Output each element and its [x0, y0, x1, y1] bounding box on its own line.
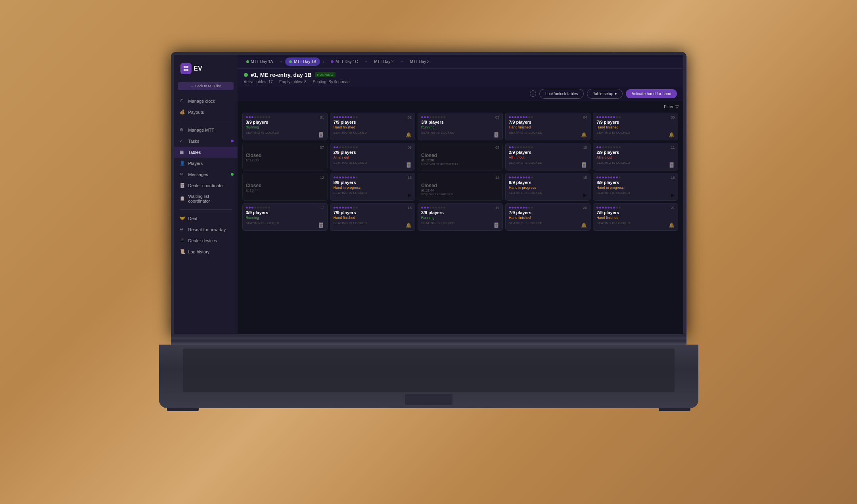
dot: [523, 116, 525, 118]
table-card-15[interactable]: 158/9 playersHand in progressSEATING IS …: [505, 173, 591, 201]
sidebar-item-payouts[interactable]: 💰 Payouts: [174, 107, 238, 118]
dot: [616, 176, 618, 178]
table-dots: [596, 116, 675, 118]
table-dots: [596, 176, 675, 178]
table-status-10: All in / out: [509, 155, 587, 159]
dot: [616, 116, 618, 118]
sidebar-item-dealer-coordinator[interactable]: 🃏 Dealer coordinator: [174, 180, 238, 191]
filter-label: Filter: [664, 104, 673, 109]
dot: [514, 207, 516, 209]
table-card-14[interactable]: 14Closedat 13:44Chip counts confirmed: [418, 173, 503, 201]
sidebar-label-log: Log history: [188, 249, 210, 254]
table-card-04[interactable]: 047/9 playersHand finishedSEATING IS LOC…: [505, 113, 591, 140]
sidebar-item-manage-mtt[interactable]: ⚙ Manage MTT: [174, 125, 238, 136]
dot: [602, 116, 604, 118]
dot: [353, 176, 355, 178]
table-card-19[interactable]: 193/9 playersRunningSEATING IS LOCKED🃏: [418, 203, 503, 231]
table-setup-button[interactable]: Table setup ▾: [587, 89, 623, 99]
dot: [265, 207, 267, 209]
table-card-01[interactable]: 013/9 playersRunningSEATING IS LOCKED🃏: [242, 113, 328, 140]
dot: [336, 116, 338, 118]
table-seating-16: SEATING IS LOCKED: [596, 191, 675, 195]
log-icon: 📜: [180, 249, 185, 255]
dot: [342, 116, 344, 118]
table-card-18[interactable]: 187/9 playersHand finishedSEATING IS LOC…: [330, 203, 415, 231]
filter-button[interactable]: Filter ▽: [664, 104, 678, 109]
tab-mtt-day-2[interactable]: MTT Day 2: [370, 57, 397, 66]
dot: [353, 207, 355, 209]
sidebar-item-tasks[interactable]: ✓ Tasks: [174, 136, 238, 147]
dot: [265, 116, 267, 118]
table-card-07[interactable]: 07Closedat 12:30: [242, 143, 328, 171]
table-card-21[interactable]: 217/9 playersHand finishedSEATING IS LOC…: [593, 203, 678, 231]
touchpad: [405, 394, 452, 405]
table-card-12[interactable]: 12Closedat 13:44: [242, 173, 328, 201]
table-seating-18: SEATING IS LOCKED: [334, 221, 412, 225]
table-icon-02: 🔔: [406, 132, 412, 138]
table-card-16[interactable]: 168/9 playersHand in progressSEATING IS …: [593, 173, 678, 201]
table-card-17[interactable]: 173/9 playersRunningSEATING IS LOCKED🃏: [242, 203, 328, 231]
tab-mtt-day-1a[interactable]: MTT Day 1A: [242, 57, 277, 66]
table-number-20: 20: [583, 206, 587, 210]
table-dots: [509, 207, 587, 209]
dot: [523, 207, 525, 209]
back-button[interactable]: ← Back to MTT list: [178, 82, 234, 90]
table-dots: [246, 116, 324, 118]
table-card-03[interactable]: 033/9 playersRunningSEATING IS LOCKED🃏: [418, 113, 503, 140]
table-seating-21: SEATING IS LOCKED: [596, 221, 675, 225]
table-players-04: 7/9 players: [509, 120, 587, 125]
dot: [345, 146, 347, 148]
table-status-03: Running: [421, 125, 499, 129]
table-number-16: 16: [671, 176, 675, 180]
dot: [334, 146, 336, 148]
tab-mtt-day-1c[interactable]: MTT Day 1C: [327, 57, 362, 66]
table-closed-time-14: at 13:44: [421, 188, 499, 192]
table-players-15: 8/9 players: [509, 180, 587, 185]
dot: [268, 116, 270, 118]
info-icon[interactable]: i: [530, 90, 536, 97]
table-setup-arrow: ▾: [615, 92, 617, 96]
sidebar-label-deal: Deal: [188, 216, 197, 221]
sidebar-item-deal[interactable]: 🤝 Deal: [174, 213, 238, 224]
table-icon-20: 🔔: [581, 222, 587, 228]
table-card-08[interactable]: 082/9 playersAll in / outSEATING IS LOCK…: [330, 143, 415, 171]
activate-hand-for-hand-button[interactable]: Activate hand for hand: [626, 89, 677, 98]
sidebar-item-log-history[interactable]: 📜 Log history: [174, 246, 238, 257]
lock-unlock-button[interactable]: Lock/unlock tables: [539, 89, 584, 99]
dot: [509, 207, 511, 209]
sidebar-item-manage-clock[interactable]: ⏱ Manage clock: [174, 96, 238, 107]
dot: [251, 207, 253, 209]
table-card-13[interactable]: 138/9 playersHand in progressSEATING IS …: [330, 173, 415, 201]
tab-mtt-day-3[interactable]: MTT Day 3: [406, 57, 433, 66]
table-card-10[interactable]: 102/9 playersAll in / outSEATING IS LOCK…: [505, 143, 591, 171]
table-card-05[interactable]: 057/9 playersHand finishedSEATING IS LOC…: [593, 113, 678, 140]
table-seating-02: SEATING IS LOCKED: [334, 131, 412, 134]
table-icon-11: 🃏: [669, 162, 675, 168]
sidebar-item-reseat[interactable]: ↩ Reseat for new day: [174, 224, 238, 235]
dot: [608, 176, 610, 178]
sidebar-item-dealer-devices[interactable]: 📱 Dealer devices: [174, 235, 238, 246]
dot: [356, 116, 358, 118]
tables-icon: ▦: [180, 149, 185, 155]
table-players-11: 2/9 players: [596, 150, 675, 155]
dot: [435, 207, 437, 209]
table-players-05: 7/9 players: [596, 120, 675, 125]
sidebar-item-tables[interactable]: ▦ Tables: [174, 147, 238, 158]
dot: [610, 207, 612, 209]
dot: [602, 176, 604, 178]
table-closed-12: Closed: [246, 183, 324, 188]
table-icon-03: 🃏: [493, 132, 499, 138]
table-card-02[interactable]: 027/9 playersHand finishedSEATING IS LOC…: [330, 113, 415, 140]
sidebar-item-messages[interactable]: ✉ Messages: [174, 169, 238, 180]
sidebar-item-waiting-list[interactable]: 📋 Waiting list coordinator: [174, 191, 238, 206]
sidebar-label-manage-clock: Manage clock: [188, 99, 215, 103]
tab-mtt-day-1b[interactable]: MTT Day 1B: [285, 57, 320, 66]
table-card-11[interactable]: 112/9 playersAll in / outSEATING IS LOCK…: [593, 143, 678, 171]
table-number-10: 10: [583, 146, 587, 149]
table-card-20[interactable]: 207/9 playersHand finishedSEATING IS LOC…: [505, 203, 591, 231]
table-players-13: 8/9 players: [334, 180, 412, 185]
table-card-09[interactable]: 09Closedat 12:30Reserved for another MTT: [418, 143, 503, 171]
table-closed-09: Closed: [421, 153, 499, 158]
sidebar-item-players[interactable]: 👤 Players: [174, 158, 238, 169]
dot: [596, 176, 598, 178]
